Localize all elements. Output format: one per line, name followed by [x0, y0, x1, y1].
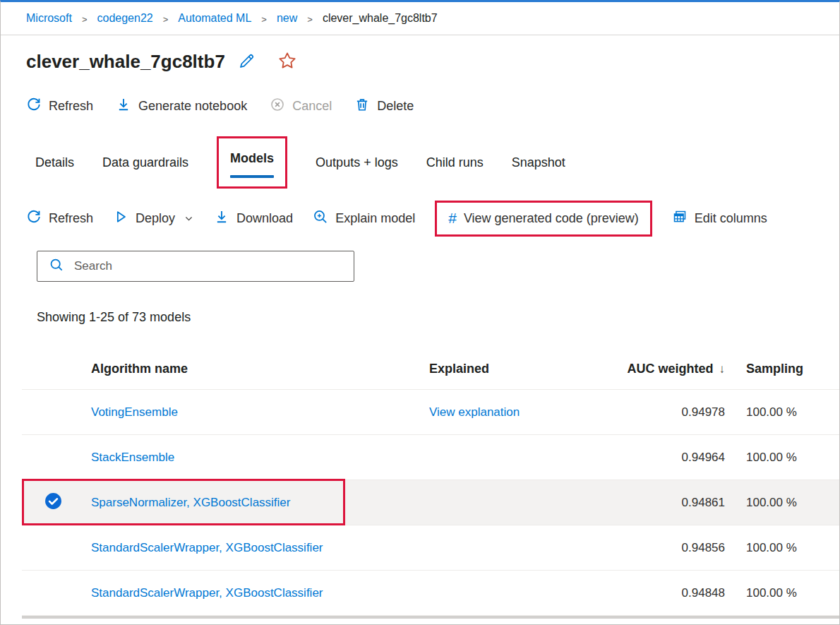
- models-toolbar: Refresh Deploy Download: [26, 194, 839, 242]
- download-arrow-icon: [116, 97, 131, 116]
- breadcrumb-current: clever_whale_7gc8ltb7: [323, 12, 438, 25]
- table-columns-icon: [672, 209, 688, 228]
- breadcrumb-separator-icon: >: [163, 14, 169, 25]
- active-tab-underline: [230, 175, 274, 178]
- column-header-auc-weighted[interactable]: AUC weighted↓: [620, 362, 725, 376]
- auc-value: 0.94978: [620, 405, 725, 419]
- auc-value: 0.94861: [620, 496, 725, 510]
- table-row-selected[interactable]: SparseNormalizer, XGBoostClassifier 0.94…: [22, 480, 840, 525]
- refresh-label: Refresh: [49, 99, 93, 114]
- edit-columns-label: Edit columns: [695, 211, 767, 226]
- search-box: [37, 251, 354, 282]
- auc-value: 0.94848: [620, 586, 725, 600]
- delete-run-button[interactable]: Delete: [354, 97, 414, 116]
- breadcrumb-separator-icon: >: [307, 14, 313, 25]
- favorite-button[interactable]: [278, 52, 296, 72]
- tab-models[interactable]: Models: [230, 151, 274, 178]
- table-row[interactable]: StandardScalerWrapper, XGBoostClassifier…: [22, 525, 840, 571]
- title-row: clever_whale_7gc8ltb7: [26, 51, 839, 73]
- pencil-icon: [238, 52, 256, 72]
- deploy-button[interactable]: Deploy: [113, 209, 194, 228]
- page-title: clever_whale_7gc8ltb7: [26, 51, 225, 73]
- deploy-label: Deploy: [136, 211, 175, 226]
- breadcrumb-link-new[interactable]: new: [277, 12, 297, 25]
- view-explanation-link[interactable]: View explanation: [429, 405, 520, 419]
- tab-child-runs[interactable]: Child runs: [426, 155, 484, 170]
- tab-bar: Details Data guardrails Models Outputs +…: [35, 132, 839, 193]
- breadcrumb-separator-icon: >: [82, 14, 88, 25]
- explain-model-label: Explain model: [335, 211, 415, 226]
- auc-value: 0.94964: [620, 451, 725, 465]
- breadcrumb-link-automated-ml[interactable]: Automated ML: [178, 12, 251, 25]
- column-header-sampling[interactable]: Sampling: [725, 362, 840, 376]
- play-icon: [113, 209, 128, 228]
- search-input[interactable]: [73, 258, 345, 274]
- breadcrumb-link-microsoft[interactable]: Microsoft: [26, 12, 72, 25]
- magnifier-plus-icon: [313, 209, 328, 228]
- hash-icon: #: [448, 211, 457, 225]
- algorithm-link[interactable]: StandardScalerWrapper, XGBoostClassifier: [91, 541, 323, 554]
- search-icon: [49, 257, 64, 275]
- star-icon: [278, 52, 296, 72]
- refresh-icon: [26, 97, 42, 116]
- chevron-down-icon: [184, 213, 194, 224]
- table-header-row: Algorithm name Explained AUC weighted↓ S…: [22, 349, 840, 390]
- table-row[interactable]: StackEnsemble 0.94964 100.00 %: [22, 435, 840, 480]
- annotation-box-view-generated-code: # View generated code (preview): [435, 201, 652, 237]
- tab-details[interactable]: Details: [35, 155, 74, 170]
- results-summary: Showing 1-25 of 73 models: [37, 310, 839, 325]
- view-generated-code-label: View generated code (preview): [464, 211, 639, 226]
- algorithm-link[interactable]: VotingEnsemble: [91, 405, 178, 419]
- breadcrumb: Microsoft > codegen22 > Automated ML > n…: [1, 2, 839, 35]
- cancel-label: Cancel: [292, 99, 332, 114]
- algorithm-link[interactable]: StandardScalerWrapper, XGBoostClassifier: [91, 586, 323, 600]
- breadcrumb-separator-icon: >: [261, 14, 267, 25]
- refresh-models-button[interactable]: Refresh: [26, 209, 93, 228]
- tab-models-label: Models: [230, 151, 274, 165]
- sampling-value: 100.00 %: [725, 586, 840, 600]
- edit-run-name-button[interactable]: [238, 52, 256, 72]
- tab-outputs-logs[interactable]: Outputs + logs: [316, 155, 398, 170]
- table-row[interactable]: StandardScalerWrapper, XGBoostClassifier…: [22, 571, 840, 616]
- cancel-circle-x-icon: [270, 97, 285, 116]
- refresh-run-button[interactable]: Refresh: [26, 97, 93, 116]
- algorithm-link[interactable]: SparseNormalizer, XGBoostClassifier: [91, 496, 290, 509]
- explain-model-button[interactable]: Explain model: [313, 209, 415, 228]
- trash-icon: [354, 97, 370, 116]
- sort-descending-icon: ↓: [719, 362, 726, 376]
- row-select-cell[interactable]: [22, 492, 91, 513]
- column-header-algorithm-name[interactable]: Algorithm name: [91, 362, 429, 376]
- column-header-explained[interactable]: Explained: [429, 362, 620, 376]
- tab-data-guardrails[interactable]: Data guardrails: [102, 155, 188, 170]
- bottom-divider: [22, 616, 840, 619]
- tab-snapshot[interactable]: Snapshot: [512, 155, 565, 170]
- download-label: Download: [236, 211, 293, 226]
- view-generated-code-button[interactable]: # View generated code (preview): [448, 211, 639, 226]
- cancel-run-button: Cancel: [270, 97, 332, 116]
- sampling-value: 100.00 %: [725, 451, 840, 465]
- delete-label: Delete: [377, 99, 414, 114]
- edit-columns-button[interactable]: Edit columns: [672, 209, 767, 228]
- annotation-box-models-tab: Models: [217, 136, 287, 189]
- download-arrow-icon: [214, 209, 229, 228]
- table-row[interactable]: VotingEnsemble View explanation 0.94978 …: [22, 390, 840, 435]
- sampling-value: 100.00 %: [725, 541, 840, 555]
- models-table: Algorithm name Explained AUC weighted↓ S…: [22, 349, 840, 616]
- sampling-value: 100.00 %: [725, 496, 840, 510]
- breadcrumb-link-codegen22[interactable]: codegen22: [97, 12, 153, 25]
- selected-checkmark-icon[interactable]: [44, 492, 62, 513]
- download-button[interactable]: Download: [214, 209, 293, 228]
- auc-value: 0.94856: [620, 541, 725, 555]
- generate-notebook-button[interactable]: Generate notebook: [116, 97, 247, 116]
- algorithm-link[interactable]: StackEnsemble: [91, 451, 174, 464]
- generate-notebook-label: Generate notebook: [138, 99, 247, 114]
- run-toolbar: Refresh Generate notebook Cancel: [26, 91, 839, 121]
- auc-weighted-label: AUC weighted: [627, 362, 713, 376]
- refresh-label: Refresh: [49, 211, 93, 226]
- refresh-icon: [26, 209, 42, 228]
- sampling-value: 100.00 %: [725, 405, 840, 419]
- automated-ml-run-page: Microsoft > codegen22 > Automated ML > n…: [0, 0, 840, 625]
